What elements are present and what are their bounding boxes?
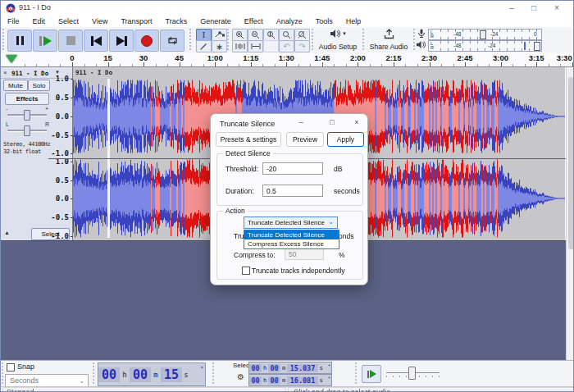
zoom-in-button[interactable] (232, 29, 248, 41)
apply-button[interactable]: Apply (327, 132, 364, 147)
ibeam-icon: I (203, 30, 206, 39)
toolbar-grip[interactable] (227, 29, 231, 50)
duration-input[interactable]: 0.5 (262, 185, 323, 197)
toolbar-grip[interactable] (2, 29, 7, 50)
selection-end-display[interactable]: 00 h 00 m 16.081 s ▾ (248, 374, 332, 386)
menu-help[interactable]: Help (339, 17, 368, 25)
vertical-scrollbar[interactable] (566, 67, 574, 360)
playback-meter[interactable]: L R -48 -24 (428, 40, 542, 52)
play-button[interactable] (33, 30, 57, 52)
menu-select[interactable]: Select (52, 17, 85, 25)
stop-button[interactable] (58, 30, 83, 52)
pinned-playhead-icon[interactable] (6, 55, 17, 63)
caret-down-icon[interactable]: ▾ (328, 375, 330, 380)
skip-end-icon (116, 36, 125, 46)
menu-edit[interactable]: Edit (26, 17, 52, 25)
snap-checkbox[interactable] (7, 363, 15, 371)
pan-slider-thumb[interactable] (24, 125, 30, 136)
audio-setup-button[interactable]: ▾ Audio Setup (317, 29, 359, 51)
undo-button[interactable]: ↶ (279, 40, 294, 52)
truncate-independently-checkbox[interactable] (242, 267, 250, 275)
vertical-scrollbar-thumb[interactable] (568, 77, 574, 249)
menu-tools[interactable]: Tools (309, 17, 339, 25)
menu-effect[interactable]: Effect (238, 17, 270, 25)
play-at-speed-button[interactable] (362, 365, 381, 383)
dialog-maximize-button[interactable]: □ (324, 118, 340, 126)
toolbar-grip[interactable] (93, 362, 97, 384)
minimize-button[interactable]: – (503, 2, 521, 14)
gain-slider-thumb[interactable] (24, 110, 30, 121)
fit-project-button[interactable] (294, 29, 310, 41)
skip-start-button[interactable] (84, 30, 108, 52)
solo-button[interactable]: Solo (28, 80, 50, 91)
stop-icon (66, 36, 75, 45)
timeline-tick-label: 1:45 (310, 53, 335, 62)
menu-analyze[interactable]: Analyze (270, 17, 309, 25)
dialog-close-button[interactable]: × (348, 118, 365, 126)
audio-position-seconds[interactable]: 15 (161, 367, 182, 382)
dropdown-option-truncate[interactable]: Truncate Detected Silence (244, 230, 339, 239)
snap-mode-select[interactable]: Seconds ⌄ (5, 374, 89, 387)
sync-lock-button[interactable] (263, 40, 279, 52)
dialog-minimize-button[interactable]: – (293, 118, 309, 126)
mute-button[interactable]: Mute (3, 80, 28, 91)
dropdown-option-compress[interactable]: Compress Excess Silence (244, 239, 339, 248)
recording-meter[interactable]: L R -48 -24 0 (428, 29, 542, 40)
audio-position-display[interactable]: 00 h 00 m 15 s ▾ (98, 362, 206, 386)
menu-transport[interactable]: Transport (114, 17, 158, 25)
threshold-input[interactable]: -20 (262, 162, 323, 175)
timeline-tick-label: 1:30 (274, 53, 298, 62)
timeline-ruler[interactable]: 01530451:001:151:301:452:002:152:302:453… (1, 52, 573, 67)
menu-file[interactable]: File (1, 17, 26, 25)
toolbar-grip[interactable] (189, 29, 194, 50)
trim-audio-icon (235, 43, 245, 50)
silence-audio-button[interactable] (248, 40, 263, 52)
toolbar-grip[interactable] (355, 362, 359, 384)
zoom-selection-button[interactable] (263, 29, 279, 41)
track-title[interactable]: 911 - I Do (11, 70, 48, 77)
action-legend: Action (223, 207, 248, 215)
menu-tracks[interactable]: Tracks (159, 17, 194, 25)
audio-position-hours[interactable]: 00 (98, 367, 120, 382)
selection-tool-button[interactable]: I (196, 29, 212, 41)
redo-button[interactable]: ↷ (294, 40, 310, 52)
pan-right-label: R (45, 121, 49, 127)
preview-button[interactable]: Preview (286, 132, 324, 147)
presets-settings-button[interactable]: Presets & settings (216, 132, 281, 147)
vertical-ruler-value: 0.5 (48, 93, 69, 102)
share-audio-button[interactable]: Share Audio (367, 29, 410, 51)
action-combobox[interactable]: Truncate Detected Silence ⌄ (244, 217, 338, 229)
zoom-toggle-button[interactable] (279, 29, 294, 41)
toolbar-grip[interactable] (312, 29, 316, 50)
menu-view[interactable]: View (85, 17, 114, 25)
trim-audio-button[interactable] (232, 40, 248, 52)
recording-volume-slider[interactable] (480, 30, 486, 39)
pause-button[interactable] (7, 30, 32, 52)
selection-start-display[interactable]: 00 h 00 m 15.037 s ▾ (248, 362, 332, 374)
envelope-icon (215, 31, 225, 39)
zoom-out-button[interactable] (248, 29, 263, 41)
maximize-button[interactable]: □ (525, 2, 543, 14)
playback-speed-slider-thumb[interactable] (408, 367, 416, 380)
caret-down-icon[interactable]: ▾ (328, 362, 330, 367)
collapse-track-icon[interactable]: ▲ (4, 230, 10, 235)
skip-end-button[interactable] (109, 30, 134, 52)
effects-button[interactable]: Effects (5, 93, 49, 105)
toolbar-grip[interactable] (212, 362, 216, 384)
draw-tool-button[interactable] (196, 40, 212, 52)
multi-tool-button[interactable]: ∗ (212, 40, 227, 52)
playback-meter-scale: -48 (453, 43, 461, 48)
selection-settings-gear-icon[interactable]: ⚙ (237, 372, 244, 381)
playback-volume-slider[interactable] (534, 42, 540, 51)
menu-generate[interactable]: Generate (194, 17, 238, 25)
compress-to-input[interactable]: 50 (285, 248, 324, 260)
audio-position-minutes[interactable]: 00 (130, 367, 151, 382)
chevron-down-icon: ⌄ (328, 218, 334, 226)
caret-down-icon[interactable]: ▾ (200, 364, 203, 370)
toolbar-grip[interactable] (362, 29, 367, 50)
loop-button[interactable] (160, 30, 184, 52)
close-button[interactable]: × (548, 2, 566, 14)
track-close-icon[interactable]: × (3, 69, 7, 76)
record-button[interactable] (134, 30, 159, 52)
envelope-tool-button[interactable] (212, 29, 227, 41)
